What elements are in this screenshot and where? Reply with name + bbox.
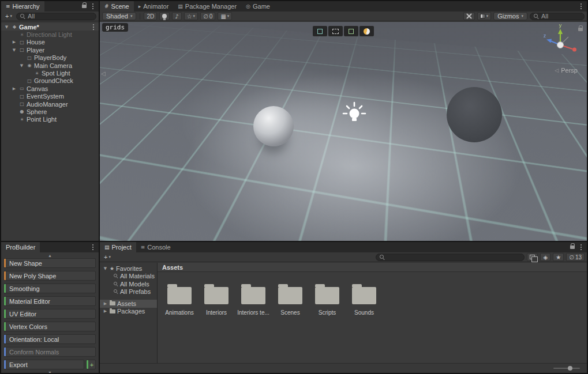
hierarchy-search-input[interactable] [28, 13, 92, 20]
search-by-label-button[interactable]: ◈ [540, 253, 550, 261]
probuilder-material-editor-button[interactable]: Material Editor [3, 296, 96, 306]
hierarchy-row-directional-light[interactable]: ☀Directional Light [1, 31, 99, 38]
point-light-gizmo[interactable] [342, 101, 366, 126]
saved-search-row-all-materials[interactable]: All Materials [100, 273, 157, 281]
shape-tool-button[interactable] [313, 26, 327, 36]
probuilder-smoothing-button[interactable]: Smoothing [3, 284, 96, 293]
project-search[interactable] [376, 254, 525, 261]
draw-mode-dropdown[interactable]: Shaded ▾ [102, 12, 136, 20]
scene-audio-button[interactable]: ♪ [172, 12, 181, 20]
asset-item-animations[interactable]: Animations [163, 284, 196, 316]
foldout-right-icon[interactable]: ▶ [103, 301, 108, 306]
hierarchy-row-canvas[interactable]: ▶▭Canvas [1, 85, 99, 92]
camera-view-dropdown[interactable]: ▾ [477, 12, 492, 20]
lock-icon[interactable] [570, 245, 575, 249]
tabbar-spacer [44, 1, 79, 12]
probuilder-export-options-button[interactable]: + [86, 360, 96, 369]
hierarchy-row-playerbody[interactable]: □PlayerBody [1, 54, 99, 62]
gizmos-dropdown[interactable]: Gizmos ▾ [493, 12, 527, 20]
marquee-select-button[interactable] [328, 26, 343, 36]
probuilder-uv-editor-button[interactable]: UV Editor [3, 309, 96, 319]
scene-lighting-button[interactable] [159, 12, 170, 20]
probuilder-new-shape-button[interactable]: New Shape [3, 258, 96, 268]
asset-label: Animations [165, 309, 193, 316]
scene-options-kebab-icon[interactable] [91, 23, 96, 31]
grids-overlay-label[interactable]: grids [102, 23, 128, 32]
saved-search-row-all-prefabs[interactable]: All Prefabs [100, 288, 157, 296]
hierarchy-row-house[interactable]: ▶□House [1, 39, 99, 46]
hidden-objects-toggle[interactable]: ∅ 0 [200, 12, 215, 20]
asset-item-interiors-te[interactable]: Interiors te... [237, 284, 269, 316]
panel-menu-kebab-icon[interactable] [90, 2, 96, 10]
tab-animator[interactable]: ▸Animator [134, 1, 174, 12]
tab-package-manager[interactable]: ▤Package Manager [173, 1, 241, 12]
panel-menu-kebab-icon[interactable] [578, 243, 584, 251]
hierarchy-row-player[interactable]: ▼□Player [1, 46, 99, 54]
create-object-button[interactable]: + ▾ [3, 13, 14, 20]
asset-item-sounds[interactable]: Sounds [348, 284, 380, 316]
foldout-down-icon[interactable]: ▼ [18, 63, 25, 68]
probuilder-conform-normals-button[interactable]: Conform Normals [3, 347, 96, 357]
light-sphere-object[interactable] [253, 106, 294, 146]
grid-visibility-dropdown[interactable]: ▦ ▾ [218, 12, 232, 20]
hierarchy-row-audiomanager[interactable]: □AudioManager [1, 100, 99, 108]
scroll-up-button[interactable]: ▲ [1, 252, 99, 258]
saved-search-row-all-models[interactable]: All Models [100, 280, 157, 288]
foldout-right-icon[interactable]: ▶ [11, 40, 17, 44]
foldout-down-icon[interactable]: ▼ [103, 266, 108, 271]
probuilder-vertex-colors-button[interactable]: Vertex Colors [3, 322, 96, 331]
probuilder-new-poly-shape-button[interactable]: New Poly Shape [3, 271, 96, 281]
probuilder-orientation-local-button[interactable]: Orientation: Local [3, 334, 96, 344]
hierarchy-search[interactable] [16, 13, 96, 20]
scene-search-input[interactable] [541, 13, 580, 20]
custom-tools-button[interactable] [463, 12, 475, 20]
scroll-down-button[interactable]: ▼ [1, 369, 99, 373]
foldout-down-icon[interactable]: ▼ [11, 48, 17, 52]
hierarchy-row-main-camera[interactable]: ▼◉Main Camera [1, 62, 99, 69]
tab-game[interactable]: ◎Game [241, 1, 275, 12]
foldout-down-icon[interactable]: ▼ [3, 25, 10, 29]
foldout-right-icon[interactable]: ▶ [103, 309, 108, 313]
hierarchy-row-sphere[interactable]: ●Sphere [1, 108, 99, 115]
dark-sphere-object[interactable] [447, 87, 502, 142]
tab-hierarchy[interactable]: ≡ Hierarchy [1, 1, 44, 12]
material-sphere-button[interactable] [359, 26, 374, 36]
hierarchy-row-game[interactable]: ▼◆Game* [1, 23, 99, 31]
tab-scene[interactable]: #Scene [100, 1, 134, 12]
favorite-search-button[interactable]: ★ [553, 253, 564, 261]
orientation-gizmo[interactable]: y z [538, 22, 582, 66]
tab-console[interactable]: ≡Console [136, 242, 175, 252]
unity-editor-window: ≡ Hierarchy + ▾ ▼◆Game*☀Directional Ligh… [0, 0, 588, 374]
asset-item-scenes[interactable]: Scenes [274, 284, 306, 316]
toggle-2d-button[interactable]: 2D [144, 12, 157, 20]
tab-probuilder[interactable]: ProBuilder [1, 242, 40, 252]
favorites-row[interactable]: ▼★Favorites [100, 265, 157, 273]
scene-fx-dropdown[interactable]: ☆ ▾ [184, 12, 198, 20]
hierarchy-row-point-light[interactable]: ☀Point Light [1, 116, 99, 123]
tab-project[interactable]: ▤Project [100, 242, 136, 252]
thumbnail-zoom-slider[interactable] [553, 368, 580, 369]
panel-menu-kebab-icon[interactable] [90, 243, 96, 251]
overlay-collapse-icon[interactable]: ◁ [101, 70, 106, 77]
foldout-right-icon[interactable]: ▶ [11, 86, 17, 91]
asset-item-scripts[interactable]: Scripts [311, 284, 343, 316]
panel-menu-kebab-icon[interactable] [578, 2, 584, 10]
scene-viewport[interactable]: grids ◁ y z ◁ [100, 22, 587, 241]
create-asset-button[interactable]: + ▾ [102, 254, 113, 260]
probuilder-export-button[interactable]: Export [3, 360, 84, 369]
projection-toggle[interactable]: ◁ Persp [555, 67, 578, 74]
folder-row-packages[interactable]: ▶Packages [100, 308, 157, 316]
project-search-input[interactable] [387, 254, 520, 260]
hierarchy-row-groundcheck[interactable]: □GroundCheck [1, 77, 99, 85]
hierarchy-row-eventsystem[interactable]: □EventSystem [1, 93, 99, 100]
lock-icon[interactable] [82, 5, 87, 8]
folder-row-assets[interactable]: ▶Assets [100, 300, 157, 308]
asset-item-interiors[interactable]: Interiors [200, 284, 233, 316]
hidden-assets-toggle[interactable]: ∅ 13 [566, 253, 585, 261]
poly-shape-button[interactable] [344, 26, 358, 36]
scene-search[interactable] [530, 13, 585, 20]
hierarchy-row-spot-light[interactable]: ☀Spot Light [1, 69, 99, 77]
slider-thumb[interactable] [568, 366, 572, 371]
light-bulb-icon [162, 14, 167, 18]
search-by-type-button[interactable] [527, 253, 538, 261]
